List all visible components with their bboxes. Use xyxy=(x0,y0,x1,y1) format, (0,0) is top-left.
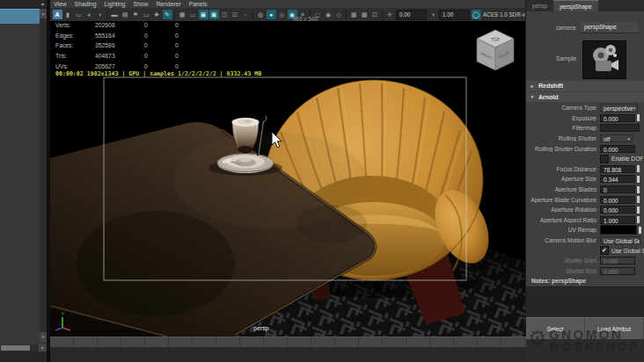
wireframe-mode-icon[interactable]: ◍ xyxy=(256,10,266,19)
vertical-scrollbar[interactable] xyxy=(40,18,47,332)
left-panel-footer xyxy=(0,351,47,362)
section-header-arnold[interactable]: ▼Arnold xyxy=(526,92,644,103)
textured-sphere-icon[interactable]: ◑ xyxy=(95,10,105,19)
view-transform-icon[interactable]: ◯ xyxy=(472,10,481,19)
camera-attrs-icon[interactable]: ▤ xyxy=(121,10,130,19)
attr-label: Aperture Rotation xyxy=(526,206,600,213)
field-aperture-aspect-ratio[interactable]: 1.000 xyxy=(600,216,635,224)
attr-label: Rolling Shutter xyxy=(526,135,600,141)
toolbar-separator xyxy=(252,10,253,19)
section-title: Arnold xyxy=(538,94,559,100)
load-attribut-button[interactable]: Load Attribut xyxy=(585,318,644,340)
select-button[interactable]: Select xyxy=(526,318,585,340)
scroll-up-arrow-icon[interactable]: ▲ xyxy=(40,9,47,18)
menu-item-panels[interactable]: Panels xyxy=(189,0,208,8)
menu-item-lighting[interactable]: Lighting xyxy=(105,0,126,8)
field-rolling-shutter-duration[interactable]: 0.000 xyxy=(600,145,635,153)
hud-cell: 0 xyxy=(175,33,206,43)
gamma-icon[interactable]: ◑ xyxy=(428,10,438,19)
bounding-box-icon[interactable]: ▭ xyxy=(74,10,84,19)
exposure-field[interactable]: 0.00 xyxy=(396,10,427,20)
viewport-panel[interactable]: ViewShadingLightingShowRendererPanels A▮… xyxy=(50,0,525,337)
field-focus-distance[interactable]: 78.808 xyxy=(600,165,635,173)
film-gate-icon[interactable]: ▭ xyxy=(188,10,198,19)
sample-swatch[interactable] xyxy=(582,40,626,79)
field-exposure[interactable]: 0.000 xyxy=(600,114,635,122)
slider-handle[interactable] xyxy=(637,186,640,193)
safe-action-icon[interactable]: ⊡ xyxy=(231,10,240,19)
snapshot-icon[interactable]: ▩ xyxy=(349,10,359,19)
section-header-redshift[interactable]: ►Redshift xyxy=(526,81,644,91)
notes-textarea[interactable] xyxy=(526,286,644,317)
tab-persp[interactable]: persp xyxy=(526,0,553,11)
hud-cell: 0 xyxy=(144,53,175,63)
grease-pencil-icon[interactable]: ✎ xyxy=(163,10,172,19)
attr-row-aperture-aspect-ratio: Aperture Aspect Ratio1.000 xyxy=(526,215,644,226)
checkbox-label: Use Global Sh xyxy=(611,248,644,254)
menu-item-renderer[interactable]: Renderer xyxy=(156,0,180,8)
left-panel-header[interactable]: ▾ xyxy=(0,0,47,9)
horizontal-scrollbar[interactable] xyxy=(0,344,39,351)
left-panel-selected-row[interactable] xyxy=(0,9,40,24)
tab-perspshape[interactable]: perspShape xyxy=(553,0,598,11)
slider-handle[interactable] xyxy=(637,176,640,183)
toolbar-separator xyxy=(346,10,347,19)
camera-field-value[interactable]: perspShape xyxy=(581,22,639,33)
scroll-down-arrow-icon[interactable]: ▼ xyxy=(40,332,47,342)
slider-handle[interactable] xyxy=(637,216,640,223)
time-slider-strip[interactable] xyxy=(50,337,526,347)
attr-label: Aperture Size xyxy=(526,176,600,182)
shaded-display-icon[interactable]: ▮ xyxy=(63,10,73,19)
chevron-down-icon[interactable]: ▾ xyxy=(41,2,44,7)
field-filtermap[interactable] xyxy=(600,124,640,132)
scroll-right-arrow-icon[interactable]: ► xyxy=(39,344,47,351)
checkbox-enable-dof[interactable] xyxy=(600,155,609,163)
chevron-down-icon[interactable]: ▼ xyxy=(526,94,538,99)
resolution-gate-icon[interactable]: ▣ xyxy=(199,10,209,19)
field-aperture-size[interactable]: 0.344 xyxy=(600,175,635,183)
menu-item-shading[interactable]: Shading xyxy=(75,0,97,8)
bookmark-icon[interactable]: ⚑ xyxy=(131,10,141,19)
pan-zoom-icon[interactable]: ✚ xyxy=(152,10,162,19)
field-aperture-rotation[interactable]: 0.000 xyxy=(600,206,635,214)
safe-title-icon[interactable]: ▫ xyxy=(241,10,251,19)
color-swatch-uv-remap[interactable] xyxy=(600,225,637,235)
toolbar-separator xyxy=(382,10,383,19)
menu-item-view[interactable]: View xyxy=(54,0,67,8)
attr-row-exposure: Exposure0.000 xyxy=(526,113,644,124)
slider-handle[interactable] xyxy=(639,227,641,234)
chevron-right-icon[interactable]: ► xyxy=(526,83,538,89)
attr-row-aperture-size: Aperture Size0.344 xyxy=(526,174,644,185)
field-aperture-blades[interactable]: 0 xyxy=(600,185,635,193)
horizontal-scrollbar-thumb[interactable] xyxy=(1,345,30,351)
hud-cell: 404873 xyxy=(95,53,144,63)
material-sphere-icon[interactable]: ◕ xyxy=(84,10,94,19)
slider-handle[interactable] xyxy=(637,165,640,172)
select-camera-icon[interactable]: A xyxy=(53,10,62,19)
camera-lock-icon[interactable]: ▬ xyxy=(110,10,120,19)
grid-toggle-icon[interactable]: ▦ xyxy=(178,10,187,19)
multi-pass-icon[interactable]: ▩ xyxy=(360,10,370,19)
menu-item-show[interactable]: Show xyxy=(133,0,148,8)
viewport-menubar: ViewShadingLightingShowRendererPanels xyxy=(50,0,525,8)
field-aperture-blade-curvature[interactable]: 0.000 xyxy=(600,196,635,204)
dropdown-camera-motion-blur[interactable]: Use Global Settin xyxy=(600,236,640,245)
hud-cell: 0 xyxy=(175,53,206,63)
exposure-icon[interactable]: ✛ xyxy=(385,10,395,19)
dropdown-rolling-shutter[interactable]: off▾ xyxy=(600,134,633,143)
dropdown-camera-type[interactable]: perspective▾ xyxy=(600,104,638,112)
toolbar-separator xyxy=(106,10,107,19)
checkbox-use-global-sh[interactable]: ✔ xyxy=(600,246,609,255)
view-cube[interactable]: TOP FRONT RIGHT xyxy=(477,30,514,70)
region-render-icon[interactable]: ⊡ xyxy=(370,10,380,19)
slider-handle[interactable] xyxy=(637,114,640,121)
slider-handle[interactable] xyxy=(637,196,640,203)
field-chart-icon[interactable]: ◫ xyxy=(220,10,230,19)
hud-row: Verts:20260800 xyxy=(55,22,206,33)
slider-handle[interactable] xyxy=(637,206,640,214)
image-plane-icon[interactable]: ▭ xyxy=(142,10,151,19)
gamma-field[interactable]: 1.00 xyxy=(439,10,470,20)
attr-row-aperture-blade-curvature: Aperture Blade Curvature0.000 xyxy=(526,194,644,205)
attr-row-camera-type: Camera Typeperspective▾ xyxy=(526,103,644,113)
gate-mask-icon[interactable]: ▣ xyxy=(209,10,219,19)
